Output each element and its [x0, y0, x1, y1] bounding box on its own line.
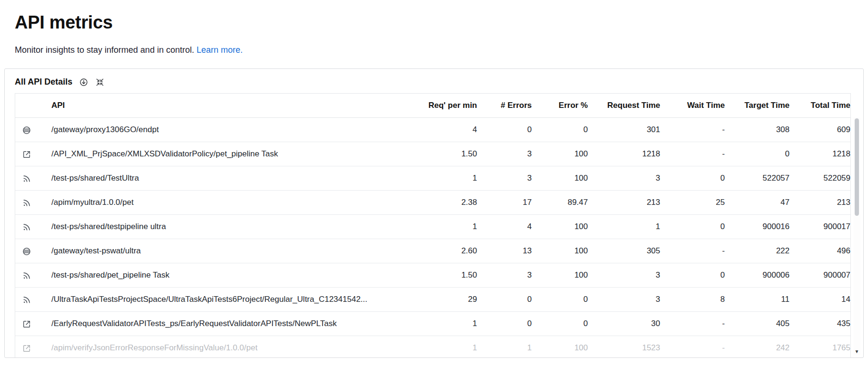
rss-icon [22, 174, 31, 183]
request-time-cell: 305 [588, 239, 660, 263]
error-pct-cell: 100 [532, 336, 588, 358]
wait-time-cell: 8 [660, 288, 725, 312]
total-time-cell: 213 [790, 191, 850, 215]
download-icon[interactable] [79, 77, 88, 87]
api-path-cell: /test-ps/shared/TestUltra [46, 166, 410, 191]
wait-time-cell: - [660, 336, 725, 358]
table-row[interactable]: /test-ps/shared/TestUltra 1 3 100 3 0 52… [15, 166, 850, 191]
api-table: APIReq' per min# ErrorsError %Request Ti… [15, 94, 850, 357]
api-path-cell: /gateway/proxy1306GO/endpt [46, 118, 410, 142]
errors-cell: 0 [477, 312, 532, 336]
target-time-cell: 11 [725, 288, 790, 312]
error-pct-cell: 100 [532, 166, 588, 191]
errors-cell: 0 [477, 118, 532, 142]
target-time-cell: 522057 [725, 166, 790, 191]
request-time-cell: 3 [588, 288, 660, 312]
page: API metrics Monitor insights to stay inf… [0, 0, 868, 358]
target-time-cell: 242 [725, 336, 790, 358]
column-header-target-time: Target Time [725, 94, 790, 118]
column-header-icon [15, 94, 46, 118]
column-header-request-time: Request Time [588, 94, 660, 118]
scrollbar-thumb[interactable] [855, 118, 859, 216]
wait-time-cell: - [660, 239, 725, 263]
target-time-cell: 0 [725, 142, 790, 166]
column-header-error: Error % [532, 94, 588, 118]
column-header-errors: # Errors [477, 94, 532, 118]
error-pct-cell: 100 [532, 215, 588, 239]
page-header: API metrics Monitor insights to stay inf… [0, 12, 868, 55]
table-row[interactable]: /apim/myultra/1.0.0/pet 2.38 17 89.47 21… [15, 191, 850, 215]
scrollbar-down-arrow[interactable]: ▼ [853, 348, 860, 356]
req-per-min-cell: 2.60 [410, 239, 477, 263]
table-row[interactable]: /UltraTaskApiTestsProjectSpace/UltraTask… [15, 288, 850, 312]
table-row[interactable]: /EarlyRequestValidatorAPITests_ps/EarlyR… [15, 312, 850, 336]
request-time-cell: 1218 [588, 142, 660, 166]
target-time-cell: 900016 [725, 215, 790, 239]
api-path-cell: /UltraTaskApiTestsProjectSpace/UltraTask… [46, 288, 410, 312]
target-time-cell: 308 [725, 118, 790, 142]
scrollbar[interactable]: ▼ [853, 117, 860, 356]
row-icon-cell [15, 336, 46, 358]
rss-icon [22, 295, 31, 305]
row-icon-cell [15, 166, 46, 191]
column-header-total-time: Total Time [790, 94, 850, 118]
total-time-cell: 14 [790, 288, 850, 312]
wait-time-cell: 0 [660, 215, 725, 239]
rss-icon [22, 271, 31, 280]
collapse-icon[interactable] [95, 77, 105, 87]
panel-title: All API Details [15, 77, 72, 87]
learn-more-link[interactable]: Learn more. [196, 45, 243, 55]
target-time-cell: 405 [725, 312, 790, 336]
table-row[interactable]: /gateway/test-pswat/ultra 2.60 13 100 30… [15, 239, 850, 263]
request-time-cell: 30 [588, 312, 660, 336]
table-row[interactable]: /test-ps/shared/pet_pipeline Task 1.50 3… [15, 263, 850, 288]
total-time-cell: 900017 [790, 215, 850, 239]
error-pct-cell: 100 [532, 142, 588, 166]
req-per-min-cell: 1 [410, 312, 477, 336]
table-row[interactable]: /test-ps/shared/testpipeline ultra 1 4 1… [15, 215, 850, 239]
table-row[interactable]: /gateway/proxy1306GO/endpt 4 0 0 301 - 3… [15, 118, 850, 142]
row-icon-cell [15, 239, 46, 263]
wait-time-cell: - [660, 142, 725, 166]
request-time-cell: 1 [588, 215, 660, 239]
req-per-min-cell: 1 [410, 166, 477, 191]
row-icon-cell [15, 191, 46, 215]
api-path-cell: /apim/myultra/1.0.0/pet [46, 191, 410, 215]
row-icon-cell [15, 142, 46, 166]
errors-cell: 13 [477, 239, 532, 263]
req-per-min-cell: 1 [410, 336, 477, 358]
rss-icon [22, 198, 31, 208]
request-time-cell: 3 [588, 166, 660, 191]
errors-cell: 3 [477, 166, 532, 191]
request-time-cell: 301 [588, 118, 660, 142]
req-per-min-cell: 4 [410, 118, 477, 142]
wait-time-cell: 0 [660, 166, 725, 191]
error-pct-cell: 0 [532, 288, 588, 312]
gateway-icon [22, 125, 31, 135]
error-pct-cell: 0 [532, 118, 588, 142]
gateway-icon [22, 247, 31, 256]
table-scroll-area: APIReq' per min# ErrorsError %Request Ti… [15, 93, 860, 357]
total-time-cell: 435 [790, 312, 850, 336]
request-time-cell: 213 [588, 191, 660, 215]
errors-cell: 0 [477, 288, 532, 312]
table-row[interactable]: /API_XML_PrjSpace/XMLXSDValidatorPolicy/… [15, 142, 850, 166]
table-row[interactable]: /apim/verifyJsonErrorResponseForMissingV… [15, 336, 850, 358]
target-time-cell: 900006 [725, 263, 790, 288]
page-subtitle: Monitor insights to stay informed and in… [15, 45, 853, 55]
req-per-min-cell: 1.50 [410, 263, 477, 288]
request-time-cell: 1523 [588, 336, 660, 358]
external-icon [22, 344, 31, 353]
target-time-cell: 222 [725, 239, 790, 263]
api-path-cell: /gateway/test-pswat/ultra [46, 239, 410, 263]
column-header-wait-time: Wait Time [660, 94, 725, 118]
rss-icon [22, 222, 31, 232]
total-time-cell: 1765 [790, 336, 850, 358]
api-path-cell: /apim/verifyJsonErrorResponseForMissingV… [46, 336, 410, 358]
api-path-cell: /API_XML_PrjSpace/XMLXSDValidatorPolicy/… [46, 142, 410, 166]
total-time-cell: 522059 [790, 166, 850, 191]
error-pct-cell: 100 [532, 263, 588, 288]
error-pct-cell: 100 [532, 239, 588, 263]
req-per-min-cell: 1.50 [410, 142, 477, 166]
total-time-cell: 609 [790, 118, 850, 142]
